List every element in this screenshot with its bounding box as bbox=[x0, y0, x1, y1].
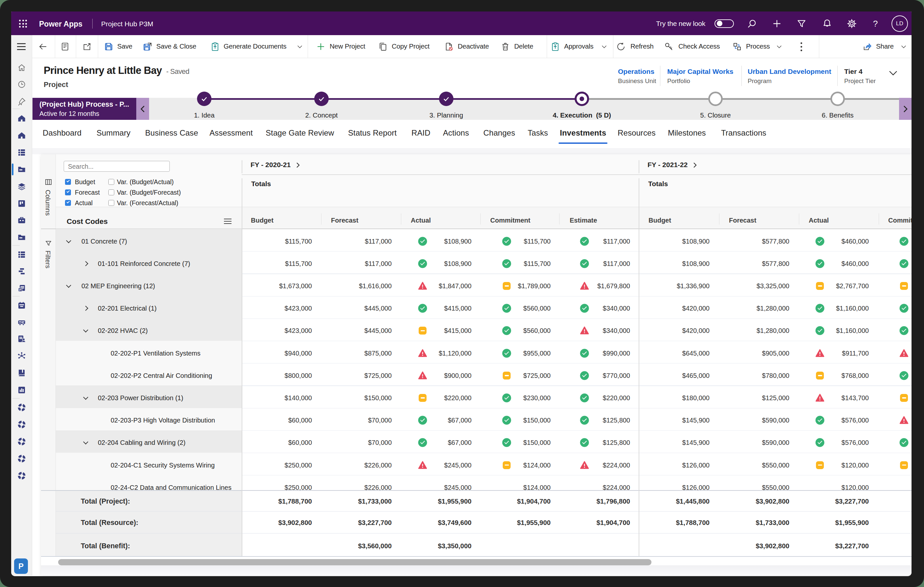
svg-text:P: P bbox=[19, 288, 21, 292]
